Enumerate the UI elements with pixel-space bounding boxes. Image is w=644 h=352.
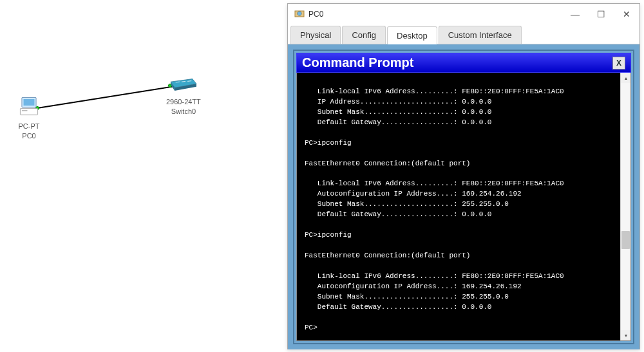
device-label-line2: Switch0 (166, 107, 201, 116)
device-switch0[interactable]: 2960-24TT Switch0 (166, 76, 201, 116)
minimize-button[interactable]: — (569, 8, 582, 21)
pc0-window: PC0 — ☐ ✕ Physical Config Desktop Custom… (287, 3, 640, 349)
tab-custom-interface[interactable]: Custom Interface (439, 26, 522, 44)
terminal-output[interactable]: Link-local IPv6 Address.........: FE80::… (297, 73, 620, 340)
scrollbar-thumb[interactable] (621, 231, 630, 249)
pc-icon (18, 95, 40, 117)
tab-bar: Physical Config Desktop Custom Interface (288, 24, 639, 44)
device-label-line2: PC0 (18, 131, 40, 140)
svg-line-0 (37, 86, 175, 108)
network-topology: PC-PT PC0 2960-24TT Switch0 (0, 0, 290, 352)
command-prompt-window: Command Prompt X Link-local IPv6 Address… (296, 53, 631, 341)
device-pc0[interactable]: PC-PT PC0 (18, 95, 40, 140)
vertical-scrollbar[interactable]: ▴ ▾ (620, 73, 630, 340)
app-icon (294, 9, 305, 19)
link-line (32, 84, 180, 109)
tab-desktop[interactable]: Desktop (387, 26, 437, 44)
tab-config[interactable]: Config (342, 26, 386, 44)
svg-rect-3 (20, 108, 37, 115)
titlebar[interactable]: PC0 — ☐ ✕ (288, 4, 639, 24)
cmd-close-button[interactable]: X (612, 57, 625, 69)
cmd-title: Command Prompt (302, 55, 413, 70)
scroll-down-button[interactable]: ▾ (621, 330, 630, 340)
scroll-up-button[interactable]: ▴ (621, 73, 630, 83)
svg-point-12 (298, 12, 301, 15)
cmd-titlebar[interactable]: Command Prompt X (296, 53, 631, 73)
svg-rect-4 (22, 110, 28, 111)
tab-physical[interactable]: Physical (290, 26, 341, 44)
close-button[interactable]: ✕ (620, 8, 633, 21)
device-label-line1: 2960-24TT (166, 97, 201, 106)
desktop-area: Command Prompt X Link-local IPv6 Address… (288, 44, 639, 349)
switch-icon (169, 76, 198, 93)
scrollbar-track[interactable] (621, 83, 630, 330)
device-label-line1: PC-PT (18, 122, 40, 131)
maximize-button[interactable]: ☐ (594, 8, 607, 21)
window-title: PC0 (308, 10, 323, 19)
svg-rect-2 (24, 99, 35, 106)
